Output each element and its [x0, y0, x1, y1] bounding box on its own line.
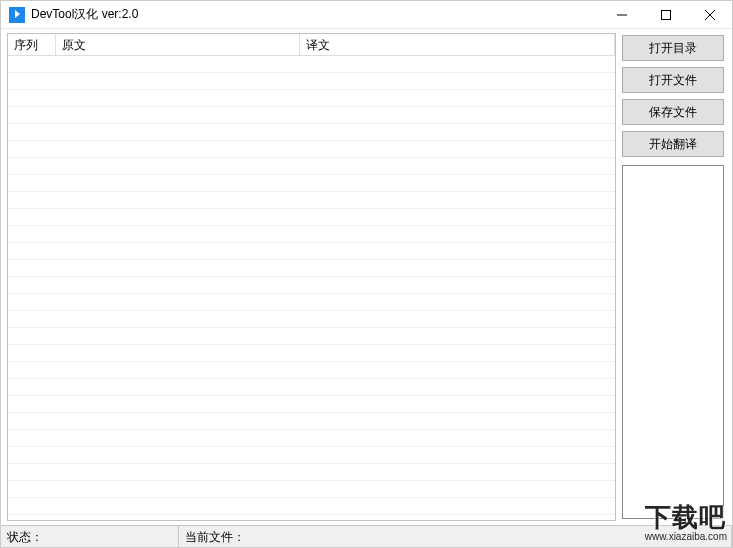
table-row[interactable]: [8, 260, 615, 277]
status-state-label: 状态：: [7, 530, 43, 544]
table-row[interactable]: [8, 379, 615, 396]
table-row[interactable]: [8, 107, 615, 124]
table-row[interactable]: [8, 124, 615, 141]
table-header: 序列 原文 译文: [8, 34, 615, 56]
table-row[interactable]: [8, 192, 615, 209]
maximize-button[interactable]: [644, 1, 688, 28]
table-row[interactable]: [8, 277, 615, 294]
table-row[interactable]: [8, 90, 615, 107]
column-translated[interactable]: 译文: [300, 34, 615, 55]
table-row[interactable]: [8, 209, 615, 226]
translation-table[interactable]: 序列 原文 译文: [7, 33, 616, 521]
titlebar[interactable]: DevTool汉化 ver:2.0: [1, 1, 732, 29]
open-file-button[interactable]: 打开文件: [622, 67, 724, 93]
table-row[interactable]: [8, 294, 615, 311]
table-row[interactable]: [8, 73, 615, 90]
start-translate-button[interactable]: 开始翻译: [622, 131, 724, 157]
minimize-button[interactable]: [600, 1, 644, 28]
table-row[interactable]: [8, 413, 615, 430]
table-row[interactable]: [8, 175, 615, 192]
table-row[interactable]: [8, 447, 615, 464]
app-icon: [9, 7, 25, 23]
close-button[interactable]: [688, 1, 732, 28]
table-row[interactable]: [8, 362, 615, 379]
table-body[interactable]: [8, 56, 615, 520]
content-area: 序列 原文 译文: [1, 29, 732, 525]
table-row[interactable]: [8, 464, 615, 481]
table-row[interactable]: [8, 481, 615, 498]
table-row[interactable]: [8, 158, 615, 175]
table-row[interactable]: [8, 498, 615, 515]
table-row[interactable]: [8, 328, 615, 345]
svg-rect-1: [662, 10, 671, 19]
table-row[interactable]: [8, 311, 615, 328]
status-state: 状态：: [1, 526, 179, 547]
column-sequence[interactable]: 序列: [8, 34, 56, 55]
table-row[interactable]: [8, 396, 615, 413]
open-dir-button[interactable]: 打开目录: [622, 35, 724, 61]
column-original[interactable]: 原文: [56, 34, 300, 55]
table-row[interactable]: [8, 141, 615, 158]
table-row[interactable]: [8, 56, 615, 73]
file-listbox[interactable]: [622, 165, 724, 519]
table-row[interactable]: [8, 243, 615, 260]
status-file-label: 当前文件：: [185, 530, 245, 544]
table-row[interactable]: [8, 345, 615, 362]
table-row[interactable]: [8, 430, 615, 447]
table-row[interactable]: [8, 226, 615, 243]
status-current-file: 当前文件：: [179, 526, 732, 547]
save-file-button[interactable]: 保存文件: [622, 99, 724, 125]
statusbar: 状态： 当前文件：: [1, 525, 732, 547]
sidebar: 打开目录 打开文件 保存文件 开始翻译: [616, 29, 732, 525]
window-controls: [600, 1, 732, 28]
window-title: DevTool汉化 ver:2.0: [31, 6, 600, 23]
